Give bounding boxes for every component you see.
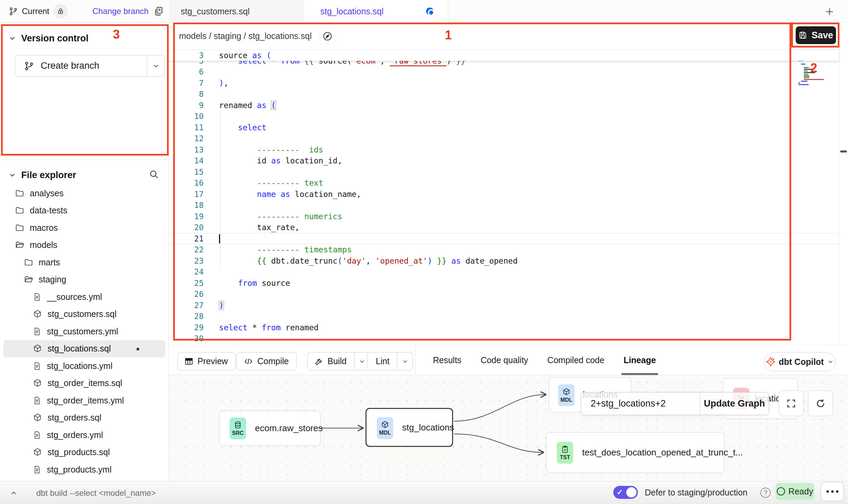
mdl-badge: MDL <box>558 384 575 406</box>
code-line-7[interactable]: 7), <box>169 78 839 89</box>
refresh-icon <box>815 398 826 409</box>
line-number: 8 <box>169 90 204 98</box>
file-explorer-item-stg-orders-yml[interactable]: stg_orders.yml <box>0 426 169 444</box>
code-line-27[interactable]: 27) <box>169 300 839 311</box>
editor-pane: models / staging / stg_locations.sql 3so… <box>169 23 848 375</box>
defer-toggle[interactable]: ✓ <box>613 486 638 499</box>
save-floppy-icon <box>798 31 807 40</box>
tab-results[interactable]: Results <box>433 345 461 375</box>
code-line-9[interactable]: 9renamed as ( <box>169 100 839 111</box>
copilot-compass-button[interactable] <box>319 28 336 44</box>
file-explorer-item--sources-yml[interactable]: __sources.yml <box>0 288 169 306</box>
create-branch-dropdown[interactable] <box>147 55 165 76</box>
file-explorer-item-stg-order-items-yml[interactable]: stg_order_items.yml <box>0 392 169 409</box>
tab-stg-customers-sql[interactable]: stg_customers.sql <box>170 0 304 23</box>
build-button[interactable]: Build <box>307 352 370 370</box>
help-icon[interactable]: ? <box>760 488 771 498</box>
lint-button[interactable]: Lint <box>367 352 413 370</box>
compile-button[interactable]: Compile <box>236 352 297 370</box>
clipped-code-line: 5 select * from {{ source('ecom', 'raw_s… <box>169 61 839 66</box>
dbt-copilot-button[interactable]: dbt Copilot <box>764 352 836 371</box>
code-line-21[interactable]: 21 <box>169 233 839 244</box>
file-explorer-item-stg-locations-yml[interactable]: stg_locations.yml <box>0 357 169 375</box>
line-text: renamed as ( <box>219 101 276 110</box>
code-editor[interactable]: 3source as (5 select * from {{ source('e… <box>169 50 839 344</box>
code-line-26[interactable]: 26 <box>169 289 839 300</box>
code-line-23[interactable]: 23 {{ dbt.date_trunc('day', 'opened_at')… <box>169 255 839 267</box>
tab-stg-locations-sql[interactable]: stg_locations.sql <box>304 0 448 23</box>
save-button[interactable]: Save <box>796 26 836 44</box>
code-line-14[interactable]: 14 id as location_id, <box>169 155 839 167</box>
create-branch-main[interactable]: Create branch <box>15 55 147 76</box>
code-line-30[interactable]: 30 <box>169 333 839 344</box>
code-line-8[interactable]: 8 <box>169 89 839 100</box>
lineage-selector-input[interactable]: 2+stg_locations+2 <box>581 393 700 415</box>
file-explorer-item-stg-customers-yml[interactable]: stg_customers.yml <box>0 323 169 340</box>
lint-dropdown[interactable] <box>397 353 413 370</box>
code-line-19[interactable]: 19 --------- numerics <box>169 211 839 222</box>
code-line-25[interactable]: 25 from source <box>169 278 839 289</box>
code-line-13[interactable]: 13 --------- ids <box>169 144 839 156</box>
command-input[interactable]: dbt build --select <model_name> <box>36 481 156 504</box>
fullscreen-button[interactable] <box>779 390 804 416</box>
code-line-22[interactable]: 22 --------- timestamps <box>169 244 839 255</box>
preview-button[interactable]: Preview <box>177 352 236 370</box>
code-line-16[interactable]: 16 --------- text <box>169 177 839 189</box>
version-control-header[interactable]: Version control <box>0 27 169 49</box>
code-icon <box>244 357 253 366</box>
code-line-10[interactable]: 10 <box>169 111 839 122</box>
file-explorer-item-stg-customers-sql[interactable]: stg_customers.sql <box>0 306 169 323</box>
code-line-5[interactable]: 5 select * from {{ source('ecom', 'raw_s… <box>169 61 839 66</box>
code-line-29[interactable]: 29select * from renamed <box>169 322 839 333</box>
tab-compiled-code[interactable]: Compiled code <box>547 345 604 375</box>
file-icon <box>33 465 41 474</box>
chevron-up-icon[interactable] <box>10 489 18 497</box>
new-tab-button[interactable] <box>822 4 837 19</box>
file-name: stg_customers.sql <box>48 309 116 319</box>
file-explorer-item-staging[interactable]: staging <box>0 271 169 289</box>
current-branch[interactable]: Current <box>9 0 68 23</box>
code-line-3[interactable]: 3source as ( <box>169 50 839 61</box>
table-icon <box>184 357 193 366</box>
lineage-node-source[interactable]: SRC ecom.raw_stores <box>219 411 321 446</box>
change-branch-link[interactable]: Change branch <box>92 0 149 23</box>
code-line-18[interactable]: 18 <box>169 200 839 211</box>
more-options-button[interactable] <box>821 482 844 501</box>
search-icon[interactable] <box>149 169 159 180</box>
code-line-24[interactable]: 24 <box>169 266 839 278</box>
file-explorer-item-models[interactable]: models <box>0 237 169 254</box>
tab-lineage[interactable]: Lineage <box>624 345 656 375</box>
file-explorer-item-stg-products-sql[interactable]: stg_products.sql <box>0 444 169 461</box>
lineage-node-test[interactable]: TST test_does_location_opened_at_trunc_t… <box>546 432 724 473</box>
file-icon <box>33 293 41 301</box>
copy-icon[interactable] <box>153 5 164 16</box>
code-line-11[interactable]: 11 select <box>169 122 839 133</box>
code-line-6[interactable]: 6 <box>169 66 839 78</box>
code-line-20[interactable]: 20 tax_rate, <box>169 222 839 233</box>
file-explorer-item-analyses[interactable]: analyses <box>0 185 169 202</box>
line-text: from source <box>219 279 290 288</box>
file-explorer-item-stg-locations-sql[interactable]: stg_locations.sql <box>3 340 165 358</box>
code-line-28[interactable]: 28 <box>169 311 839 322</box>
lineage-canvas[interactable]: SRC ecom.raw_stores MDL stg_locations MD… <box>169 375 848 481</box>
file-explorer-item-stg-orders-sql[interactable]: stg_orders.sql <box>0 409 169 427</box>
line-text: ) <box>219 301 224 310</box>
code-line-17[interactable]: 17 name as location_name, <box>169 189 839 200</box>
lineage-node-stg-locations[interactable]: MDL stg_locations <box>365 408 453 447</box>
file-explorer-item-data-tests[interactable]: data-tests <box>0 202 169 220</box>
refresh-button[interactable] <box>808 390 833 416</box>
scrollbar-thumb[interactable] <box>840 150 847 152</box>
create-branch-button[interactable]: Create branch <box>15 55 165 77</box>
file-icon <box>33 431 41 439</box>
file-explorer-item-marts[interactable]: marts <box>0 254 169 271</box>
file-explorer-header[interactable]: File explorer <box>0 164 169 186</box>
code-line-12[interactable]: 12 <box>169 133 839 144</box>
tab-code-quality[interactable]: Code quality <box>480 345 528 375</box>
code-line-15[interactable]: 15 <box>169 167 839 178</box>
line-text: name as location_name, <box>219 190 361 199</box>
bottom-toolbar: Preview Compile Build Lint Results <box>169 345 848 375</box>
file-explorer-item-stg-products-yml[interactable]: stg_products.yml <box>0 461 169 478</box>
file-explorer-item-stg-order-items-sql[interactable]: stg_order_items.sql <box>0 375 169 392</box>
file-explorer-item-macros[interactable]: macros <box>0 219 169 237</box>
update-graph-button[interactable]: Update Graph <box>700 393 769 415</box>
